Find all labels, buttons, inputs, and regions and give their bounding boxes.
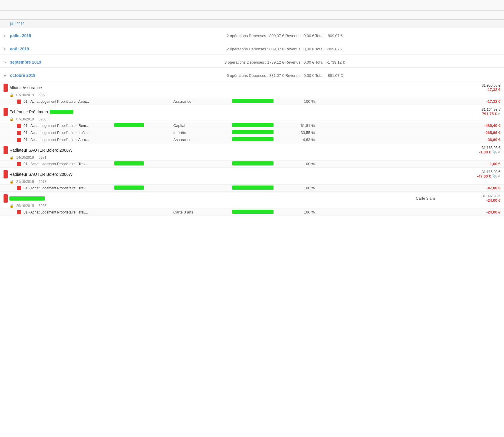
detail-ratio: 61,81 % — [301, 123, 315, 128]
header-row-1 — [0, 0, 504, 11]
detail-commentaire-cell: Assurance — [173, 99, 232, 104]
tx-name-area — [9, 196, 416, 201]
transaction-group-tx1: Allianz Assurance 31 956,68 € -17,32 € 🔒… — [0, 81, 504, 105]
month-row-aout-2019[interactable]: > août 2019 2 opérations Dépenses : 809,… — [0, 41, 504, 54]
expand-arrow-icon[interactable]: ∨ — [498, 112, 500, 116]
red-square-icon — [17, 186, 21, 190]
red-square-icon — [17, 162, 21, 166]
month-label: août 2019 — [10, 47, 69, 51]
detail-montant-cell: -24,00 € — [315, 210, 500, 214]
detail-row-tx3-0: 01 - Achat Logement Propriétaire : Trav.… — [0, 160, 504, 167]
detail-cat: 01 - Achat Logement Propriétaire : Assu.… — [17, 138, 114, 142]
detail-cat: 01 - Achat Logement Propriétaire : Trav.… — [17, 162, 114, 166]
transaction-header-tx2: Echéance Prêt Immo 31 164,93 € -791,75 €… — [0, 105, 504, 117]
red-marker — [4, 84, 8, 92]
detail-transfert-cell — [114, 161, 173, 166]
detail-cat: 01 - Achat Logement Propriétaire : Trav.… — [17, 210, 114, 214]
detail-ratio: 33,55 % — [301, 130, 315, 135]
cat-label: 01 - Achat Logement Propriétaire : Assu.… — [24, 138, 89, 142]
detail-montant-cell: -47,00 € — [315, 186, 500, 190]
month-row-juillet-2019[interactable]: > juillet 2019 2 opérations Dépenses : 8… — [0, 28, 504, 41]
red-square-icon — [17, 131, 21, 135]
attachment-icon: 📎 — [492, 150, 497, 154]
tx-amount: -1,00 € — [479, 150, 491, 154]
detail-montant-cell: -265,66 € — [315, 130, 500, 135]
detail-ratio: 100 % — [304, 99, 315, 104]
tx-balance: 31 092,93 € — [482, 194, 500, 198]
detail-projet-cell — [232, 186, 291, 191]
transaction-meta-tx3: 🔒 14/10/2019 6971 — [0, 155, 504, 160]
detail-montant: -47,00 € — [486, 186, 500, 190]
detail-montant: -17,32 € — [486, 99, 500, 104]
main-content: > juillet 2019 2 opérations Dépenses : 8… — [0, 28, 504, 216]
tx-balance: 31 116,93 € — [482, 170, 500, 174]
detail-ratio: 4,63 % — [303, 138, 315, 142]
detail-montant-cell: -17,32 € — [315, 99, 500, 104]
tx-name-area: Radiateur SAUTER Bolero 2000W — [9, 172, 442, 177]
detail-commentaire-cell: Intérêts — [173, 130, 232, 135]
transaction-group-tx5: Carte 3 ans 31 092,93 € -24,00 € 🔒 29/10… — [0, 192, 504, 216]
redacted-name-suffix — [50, 110, 73, 114]
detail-montant: -24,00 € — [486, 210, 500, 214]
tx-amount-row: -17,32 € — [486, 87, 500, 92]
detail-montant-cell: -1,00 € — [315, 162, 500, 166]
tx-amount: -47,00 € — [477, 174, 491, 178]
detail-montant-cell: -489,40 € — [315, 123, 500, 128]
tx-name-area: Radiateur SAUTER Bolero 2000W — [9, 148, 442, 153]
detail-projet-cell — [232, 210, 291, 215]
detail-ratio: 100 % — [304, 162, 315, 166]
detail-row-tx2-2: 01 - Achat Logement Propriétaire : Assu.… — [0, 136, 504, 143]
tx-date: 07/10/2019 — [16, 93, 34, 97]
detail-projet-cell — [232, 130, 291, 135]
month-row-octobre-2019[interactable]: ∨ octobre 2019 5 opérations Dépenses : 8… — [0, 68, 504, 81]
red-marker — [4, 170, 8, 178]
redacted-transfert — [114, 123, 144, 127]
detail-row-tx2-0: 01 - Achat Logement Propriétaire : Rem..… — [0, 122, 504, 129]
detail-ratio-cell: 33,55 % — [291, 130, 315, 135]
tx-balance: 31 956,68 € — [482, 83, 500, 87]
chevron-icon: ∨ — [4, 73, 8, 78]
redacted-projet — [232, 210, 274, 214]
tx-name: Allianz Assurance — [9, 85, 42, 90]
detail-commentaire: Capital — [173, 123, 185, 128]
tx-amount: -24,00 € — [486, 198, 500, 203]
transaction-header-tx4: Radiateur SAUTER Bolero 2000W 31 116,93 … — [0, 168, 504, 179]
red-square-icon — [17, 100, 21, 104]
expand-arrow-icon[interactable]: ∨ — [498, 150, 500, 154]
detail-cat: 01 - Achat Logement Propriétaire : Rem..… — [17, 124, 114, 128]
month-stats: 3 opérations Dépenses : 1739,12 € Revenu… — [69, 60, 500, 64]
tx-balance: 31 163,93 € — [482, 146, 500, 150]
red-marker — [4, 108, 8, 116]
detail-commentaire-cell: Capital — [173, 123, 232, 128]
month-row-septembre-2019[interactable]: > septembre 2019 3 opérations Dépenses :… — [0, 54, 504, 68]
detail-ratio-cell: 100 % — [291, 99, 315, 104]
tx-number: 6985 — [39, 204, 47, 208]
tx-date: 29/10/2019 — [16, 204, 34, 208]
transaction-header-tx1: Allianz Assurance 31 956,68 € -17,32 € — [0, 81, 504, 92]
tx-amount-row: -47,00 € 📎∨ — [477, 174, 500, 178]
expand-arrow-icon[interactable]: ∨ — [498, 174, 500, 178]
redacted-projet — [232, 99, 274, 103]
detail-commentaire-cell: Assurance — [173, 138, 232, 142]
tx-balance-area: 31 116,93 € -47,00 € 📎∨ — [442, 170, 500, 178]
redacted-name — [9, 196, 45, 201]
detail-ratio-cell: 4,63 % — [291, 138, 315, 142]
month-label: septembre 2019 — [10, 60, 69, 64]
tx-commentaire-header: Carte 3 ans — [416, 196, 436, 201]
transaction-meta-tx5: 🔒 29/10/2019 6985 — [0, 203, 504, 208]
month-label: juillet 2019 — [10, 33, 69, 38]
transaction-group-tx2: Echéance Prêt Immo 31 164,93 € -791,75 €… — [0, 105, 504, 143]
redacted-transfert — [114, 186, 144, 190]
transaction-meta-tx2: 🔒 07/10/2019 6960 — [0, 117, 504, 122]
tx-date: 07/10/2019 — [16, 117, 34, 121]
cat-label: 01 - Achat Logement Propriétaire : Trav.… — [24, 186, 88, 190]
detail-montant: -265,66 € — [484, 130, 500, 135]
detail-transfert-cell — [114, 186, 173, 191]
detail-montant: -36,69 € — [486, 138, 500, 142]
detail-row-tx1-0: 01 - Achat Logement Propriétaire : Assu.… — [0, 98, 504, 105]
detail-row-tx4-0: 01 - Achat Logement Propriétaire : Trav.… — [0, 184, 504, 191]
tx-name-area: Echéance Prêt Immo — [9, 110, 442, 114]
chevron-icon: > — [4, 34, 8, 38]
transaction-meta-tx1: 🔒 07/10/2019 6958 — [0, 92, 504, 98]
lock-icon: 🔒 — [9, 93, 14, 97]
